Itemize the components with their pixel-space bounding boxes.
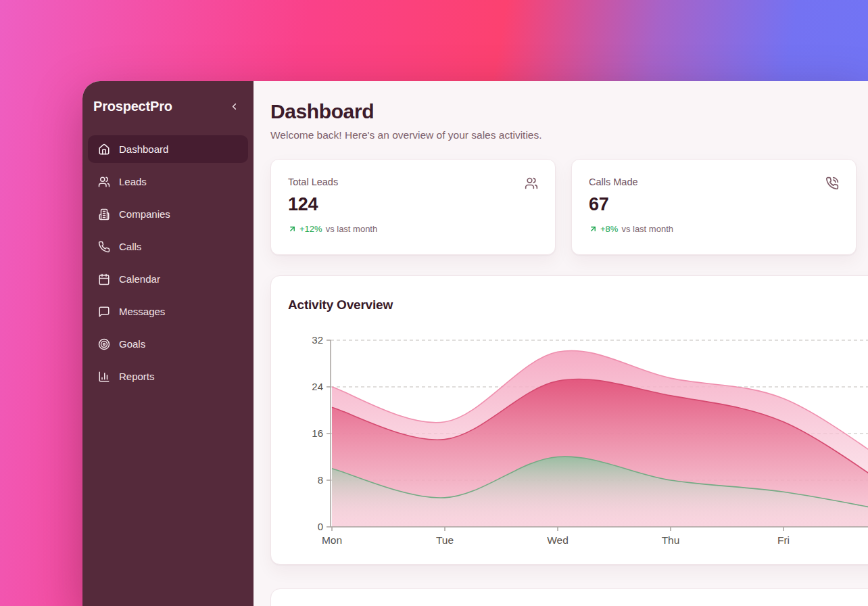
stat-value: 67 — [589, 194, 839, 215]
sidebar-brand-row: ProspectPro — [82, 81, 254, 135]
brand-logo-text: ProspectPro — [93, 99, 172, 114]
sidebar-nav: Dashboard Leads Companies Calls Calendar… — [82, 135, 254, 390]
x-axis-tick-label: Thu — [662, 534, 680, 546]
bar-chart-icon — [98, 371, 110, 383]
y-axis-tick-label: 32 — [312, 334, 323, 346]
sidebar-collapse-button[interactable] — [225, 97, 243, 115]
page-header: Dashboard Welcome back! Here's an overvi… — [270, 100, 542, 141]
stat-value: 124 — [288, 194, 538, 215]
y-axis-tick-label: 24 — [312, 381, 323, 392]
sidebar-item-dashboard[interactable]: Dashboard — [88, 135, 248, 163]
stat-change: +8% — [600, 224, 618, 234]
stat-trend: +12% vs last month — [288, 224, 538, 234]
page-title: Dashboard — [270, 100, 542, 123]
activity-overview-card: 08162432MonTueWedThuFriSat Activity Over… — [270, 275, 868, 565]
y-axis-tick-label: 8 — [318, 474, 323, 486]
stat-change: +12% — [299, 224, 322, 234]
sidebar-item-leads[interactable]: Leads — [88, 168, 248, 195]
sidebar: ProspectPro Dashboard Leads Companies Ca… — [82, 81, 254, 606]
page-subtitle: Welcome back! Here's an overview of your… — [270, 129, 542, 141]
target-icon — [98, 338, 110, 350]
stat-trend: +8% vs last month — [589, 224, 839, 234]
x-axis-tick-label: Mon — [322, 534, 342, 546]
x-axis-tick-label: Tue — [436, 534, 454, 546]
sidebar-item-goals[interactable]: Goals — [88, 330, 248, 358]
app-window: ProspectPro Dashboard Leads Companies Ca… — [82, 81, 868, 606]
message-square-icon — [98, 306, 110, 318]
main-content: Dashboard Welcome back! Here's an overvi… — [254, 81, 868, 606]
building-icon — [98, 208, 110, 220]
activity-area-chart: 08162432MonTueWedThuFriSat — [271, 276, 868, 564]
phone-call-icon — [825, 177, 839, 190]
phone-icon — [98, 241, 110, 253]
sidebar-item-reports[interactable]: Reports — [88, 363, 248, 390]
users-icon — [98, 176, 110, 188]
y-axis-tick-label: 0 — [318, 521, 323, 532]
bottom-card-partial — [270, 588, 868, 606]
home-icon — [98, 143, 110, 156]
stat-change-suffix: vs last month — [326, 224, 378, 234]
sidebar-item-messages[interactable]: Messages — [88, 298, 248, 325]
stat-label: Calls Made — [589, 177, 839, 187]
activity-card-title: Activity Overview — [288, 298, 393, 312]
stat-label: Total Leads — [288, 177, 538, 187]
x-axis-tick-label: Wed — [547, 534, 569, 546]
arrow-up-right-icon — [288, 225, 297, 233]
sidebar-item-calendar[interactable]: Calendar — [88, 265, 248, 293]
users-icon — [525, 177, 538, 190]
stat-card-calls-made: Calls Made 67 +8% vs last month — [571, 159, 857, 255]
stat-card-total-leads: Total Leads 124 +12% vs last month — [270, 159, 556, 255]
arrow-up-right-icon — [589, 225, 598, 233]
calendar-icon — [98, 273, 110, 285]
sidebar-item-companies[interactable]: Companies — [88, 200, 248, 228]
y-axis-tick-label: 16 — [312, 427, 323, 439]
chevron-left-icon — [229, 101, 239, 112]
x-axis-tick-label: Fri — [777, 534, 790, 546]
stat-change-suffix: vs last month — [621, 224, 673, 234]
sidebar-item-calls[interactable]: Calls — [88, 233, 248, 260]
